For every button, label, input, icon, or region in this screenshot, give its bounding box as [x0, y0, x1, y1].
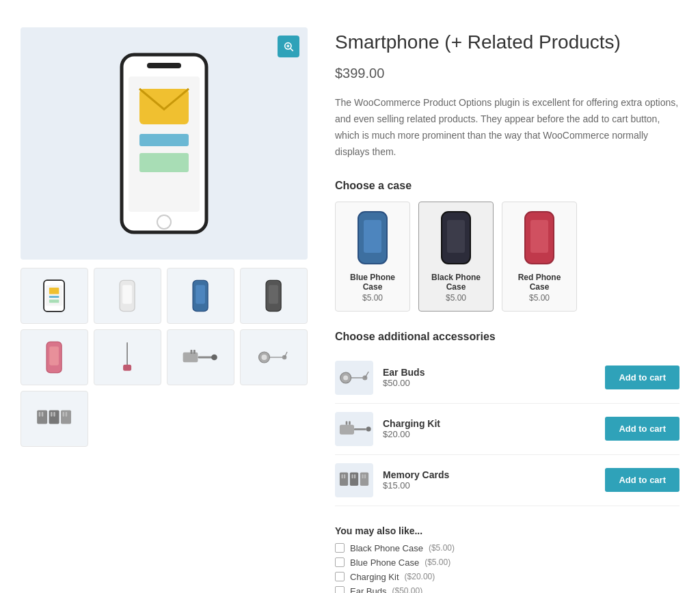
svg-rect-5: [147, 63, 181, 68]
thumbnail-white-case[interactable]: [94, 268, 161, 324]
svg-rect-30: [193, 350, 196, 354]
upsells-section: You may also like... Black Phone Case ($…: [335, 525, 679, 593]
svg-rect-26: [183, 353, 198, 363]
svg-rect-15: [49, 299, 59, 303]
charging-price: $20.00: [383, 429, 595, 439]
svg-rect-48: [447, 220, 465, 253]
product-gallery: [21, 27, 308, 593]
case-blue-price: $5.00: [344, 293, 401, 303]
upsell-label-black-case: Black Phone Case: [350, 543, 423, 553]
memory-image: [335, 463, 373, 497]
svg-rect-62: [342, 474, 343, 478]
svg-rect-13: [49, 288, 59, 294]
thumbnail-blue-case[interactable]: [167, 268, 234, 324]
charging-image: [335, 412, 373, 446]
case-red-name: Red Phone Case: [511, 273, 568, 292]
case-blue-name: Blue Phone Case: [344, 273, 401, 292]
svg-rect-29: [191, 350, 193, 354]
earbuds-details: Ear Buds $50.00: [383, 367, 595, 388]
svg-rect-27: [198, 357, 213, 359]
case-black-price: $5.00: [427, 293, 485, 303]
earbuds-image: [335, 361, 373, 395]
upsell-price-earbuds: ($50.00): [392, 586, 422, 593]
main-image: [21, 27, 308, 260]
svg-rect-66: [354, 474, 355, 478]
svg-rect-67: [360, 472, 368, 485]
case-option-red[interactable]: Red Phone Case $5.00: [502, 202, 577, 312]
thumbnail-charging[interactable]: [167, 329, 234, 385]
product-info: Smartphone (+ Related Products) $399.00 …: [335, 27, 679, 593]
svg-rect-69: [364, 474, 366, 478]
upsell-price-black-case: ($5.00): [429, 543, 455, 553]
upsell-price-blue-case: ($5.00): [425, 557, 450, 567]
svg-rect-37: [39, 412, 40, 417]
svg-rect-46: [364, 220, 381, 253]
thumbnail-selfie-stick[interactable]: [94, 329, 161, 385]
charging-details: Charging Kit $20.00: [383, 418, 595, 439]
svg-rect-56: [340, 424, 354, 434]
svg-rect-61: [340, 472, 348, 485]
upsell-checkbox-black-case[interactable]: [335, 543, 345, 553]
case-options: Blue Phone Case $5.00 Black Phone Case $…: [335, 202, 679, 312]
memory-price: $15.00: [383, 480, 595, 491]
svg-rect-64: [350, 472, 358, 485]
svg-rect-68: [362, 474, 363, 478]
svg-rect-44: [66, 412, 67, 417]
case-black-name: Black Phone Case: [427, 273, 485, 292]
memory-details: Memory Cards $15.00: [383, 469, 595, 491]
svg-rect-17: [123, 285, 133, 303]
upsell-price-charging-kit: ($20.00): [405, 572, 435, 581]
svg-point-54: [362, 375, 367, 380]
case-option-blue[interactable]: Blue Phone Case $5.00: [335, 202, 410, 312]
svg-point-52: [343, 375, 348, 380]
case-red-price: $5.00: [511, 293, 568, 303]
charging-name: Charging Kit: [383, 418, 595, 429]
svg-rect-19: [196, 285, 206, 303]
accessory-row-memory: Memory Cards $15.00 Add to cart: [335, 455, 679, 506]
thumbnail-earbuds[interactable]: [240, 329, 308, 385]
product-description: The WooCommerce Product Options plugin i…: [335, 95, 679, 160]
svg-point-28: [212, 355, 218, 361]
product-title: Smartphone (+ Related Products): [335, 30, 679, 55]
svg-rect-57: [354, 428, 366, 430]
memory-add-to-cart-button[interactable]: Add to cart: [605, 468, 679, 492]
upsells-title: You may also like...: [335, 525, 679, 536]
thumbnail-pink-case[interactable]: [21, 329, 88, 385]
charging-add-to-cart-button[interactable]: Add to cart: [605, 417, 679, 441]
upsell-black-case: Black Phone Case ($5.00): [335, 543, 679, 553]
zoom-button[interactable]: [278, 36, 299, 57]
upsell-checkbox-blue-case[interactable]: [335, 557, 345, 567]
svg-point-32: [262, 355, 267, 360]
case-section: Choose a case Blue Phone Case $5.00 Bl: [335, 180, 679, 312]
svg-rect-38: [42, 412, 43, 417]
svg-rect-14: [49, 296, 59, 298]
accessories-section: Choose additional accessories Ear Buds $…: [335, 331, 679, 506]
case-section-title: Choose a case: [335, 180, 679, 192]
thumbnail-phone[interactable]: [21, 268, 88, 324]
svg-point-58: [366, 426, 371, 431]
thumbnail-dark-case[interactable]: [240, 268, 308, 324]
earbuds-price: $50.00: [383, 378, 595, 388]
upsell-checkbox-earbuds[interactable]: [335, 586, 345, 593]
product-main-image: [109, 48, 219, 239]
upsell-label-earbuds: Ear Buds: [350, 586, 386, 593]
svg-rect-65: [351, 474, 353, 478]
upsell-blue-case: Blue Phone Case ($5.00): [335, 557, 679, 568]
svg-rect-9: [139, 153, 189, 172]
upsell-checkbox-charging-kit[interactable]: [335, 572, 345, 581]
earbuds-add-to-cart-button[interactable]: Add to cart: [605, 366, 679, 389]
svg-rect-60: [349, 421, 351, 424]
product-price: $399.00: [335, 66, 679, 81]
accessory-row-earbuds: Ear Buds $50.00 Add to cart: [335, 353, 679, 404]
svg-rect-8: [139, 134, 189, 146]
upsell-charging-kit: Charging Kit ($20.00): [335, 572, 679, 582]
case-option-black[interactable]: Black Phone Case $5.00: [418, 202, 494, 312]
svg-rect-40: [51, 412, 53, 417]
svg-rect-50: [530, 220, 548, 253]
svg-rect-43: [63, 412, 64, 417]
svg-rect-25: [124, 365, 132, 371]
page-wrapper: Smartphone (+ Related Products) $399.00 …: [0, 0, 700, 593]
accessory-row-charging: Charging Kit $20.00 Add to cart: [335, 404, 679, 455]
svg-rect-23: [50, 346, 59, 365]
thumbnail-memory-cards[interactable]: [21, 391, 88, 447]
